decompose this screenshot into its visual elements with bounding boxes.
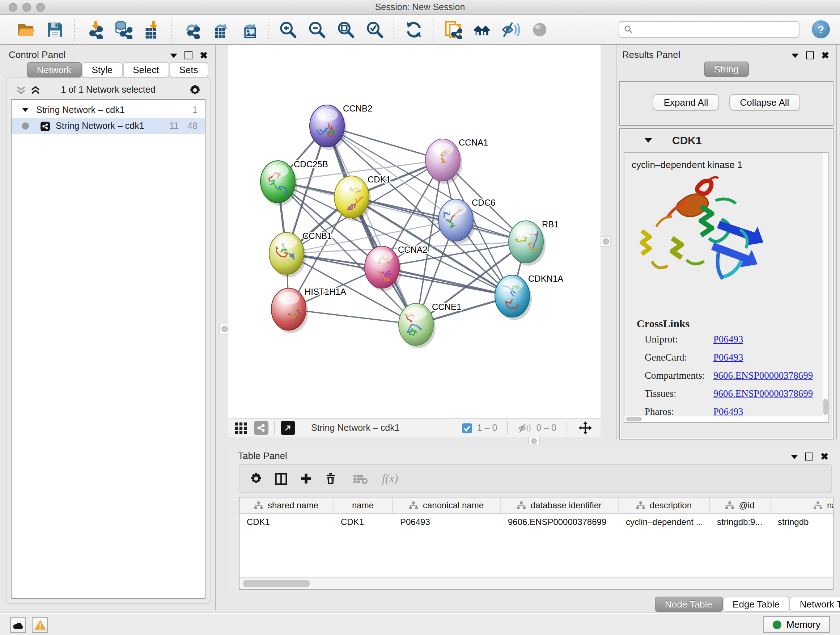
node-RB1: RB1 [508, 219, 559, 266]
gene-details: cyclin–dependent kinase 1 [624, 152, 829, 423]
export-image-icon[interactable] [237, 18, 261, 41]
network-nodes: CCNB2CCNA1CDC25BCDK1CDC6RB1CCNB1CCNA2CDK… [261, 103, 563, 348]
crosslink-value[interactable]: 9606.ENSP00000378699 [714, 370, 813, 382]
collection-expand-icon[interactable] [22, 108, 28, 112]
column-header-shared-name[interactable]: shared name [240, 497, 333, 513]
show-columns-icon[interactable] [274, 472, 288, 486]
results-tab-string[interactable]: String [704, 62, 749, 77]
table-options-gear-icon[interactable] [249, 472, 263, 485]
crosslink-value[interactable]: P06493 [714, 352, 744, 363]
network-status-dot [22, 122, 29, 130]
column-header-namespace[interactable]: namespace [771, 497, 834, 513]
node-CCNA2: CCNA2 [365, 245, 427, 291]
table-panel-close-icon[interactable]: ✖ [821, 453, 829, 460]
create-column-plus-icon[interactable] [300, 472, 313, 485]
gene-collapse-icon[interactable] [645, 138, 652, 143]
zoom-fit-content-icon[interactable] [334, 18, 357, 41]
window-zoom-button[interactable] [36, 3, 45, 11]
window-titlebar: Session: New Session [0, 0, 840, 15]
import-network-from-file-icon[interactable] [82, 18, 106, 41]
show-all-nodes-icon[interactable] [528, 18, 551, 41]
string-share-icon[interactable] [254, 421, 268, 435]
crosslink-value[interactable]: P06493 [714, 334, 744, 345]
results-panel: Results Panel ✖ String Expand All Collap… [616, 45, 837, 440]
zoom-selected-icon[interactable] [363, 18, 386, 41]
right-splitter-handle[interactable] [600, 236, 611, 247]
import-network-from-database-icon[interactable] [111, 18, 134, 41]
function-builder-icon[interactable]: f(x) [382, 472, 398, 485]
expand-all-button[interactable]: Expand All [653, 94, 719, 111]
search-field[interactable] [619, 21, 799, 38]
results-panel-close-icon[interactable]: ✖ [821, 52, 829, 59]
node-CDK1: CDK1 [334, 174, 391, 221]
export-table-icon[interactable] [208, 18, 232, 41]
open-session-icon[interactable] [14, 18, 38, 41]
tab-sets[interactable]: Sets [169, 62, 208, 78]
table-tab-network-table[interactable]: Network Table [790, 597, 840, 612]
fit-selected-crosshair-icon[interactable] [577, 420, 593, 436]
search-input[interactable] [637, 24, 799, 35]
node-label: RB1 [542, 219, 559, 229]
network-row-selected[interactable]: String Network – cdk1 11 48 [11, 118, 205, 134]
tab-style[interactable]: Style [81, 62, 123, 78]
bottom-splitter-handle[interactable] [528, 437, 540, 445]
save-session-icon[interactable] [43, 18, 66, 41]
results-vscrollbar[interactable] [823, 153, 829, 422]
column-header-name[interactable]: name [333, 497, 393, 513]
network-options-gear-icon[interactable] [189, 84, 201, 96]
column-header-canonical-name[interactable]: canonical name [393, 497, 501, 513]
tab-select[interactable]: Select [123, 62, 169, 78]
tab-network[interactable]: Network [27, 62, 81, 78]
control-panel-title: Control Panel [9, 49, 66, 60]
cloud-icon [12, 620, 24, 630]
collapse-all-button[interactable]: Collapse All [729, 94, 800, 111]
apply-preferred-layout-icon[interactable] [402, 18, 425, 41]
control-panel-tabs: NetworkStyleSelectSets [27, 62, 208, 78]
table-panel-collapse-icon[interactable] [791, 454, 798, 459]
warnings-button[interactable] [32, 617, 48, 633]
zoom-out-icon[interactable] [305, 18, 328, 41]
column-header-description[interactable]: description [619, 497, 710, 513]
table-row[interactable]: CDK1CDK1P064939606.ENSP00000378699cyclin… [240, 514, 833, 530]
column-header--id[interactable]: @id [710, 497, 771, 513]
results-panel-collapse-icon[interactable] [791, 53, 799, 57]
import-table-from-file-icon[interactable] [141, 18, 164, 41]
birds-eye-view-icon[interactable] [281, 421, 295, 435]
table-tab-edge-table[interactable]: Edge Table [722, 597, 790, 612]
help-button[interactable]: ? [812, 20, 830, 38]
control-panel-collapse-icon[interactable] [170, 53, 177, 57]
network-view-canvas[interactable]: CCNB2CCNA1CDC25BCDK1CDC6RB1CCNB1CCNA2CDK… [228, 45, 600, 418]
delete-table-icon[interactable] [353, 473, 368, 485]
string-protein-query-icon[interactable] [470, 18, 493, 41]
window-minimize-button[interactable] [22, 3, 31, 11]
delete-column-trash-icon[interactable] [324, 472, 337, 485]
table-hscrollbar[interactable] [240, 577, 833, 589]
crosslink-label: GeneCard: [645, 352, 714, 363]
control-panel-close-icon[interactable]: ✖ [200, 52, 208, 59]
left-splitter-handle[interactable] [219, 324, 229, 334]
results-hscrollbar[interactable] [624, 416, 829, 422]
network-node-count: 11 [169, 121, 179, 131]
cloud-button[interactable] [10, 617, 26, 633]
memory-status-dot [773, 620, 782, 629]
new-network-from-selection-icon[interactable] [441, 18, 464, 41]
zoom-in-icon[interactable] [276, 18, 300, 41]
selected-checkbox-icon[interactable] [462, 423, 473, 433]
window-close-button[interactable] [9, 3, 17, 11]
results-panel-float-icon[interactable] [806, 51, 814, 59]
memory-button[interactable]: Memory [763, 616, 830, 633]
current-network-name: String Network – cdk1 [311, 423, 400, 433]
column-header-database-identifier[interactable]: database identifier [501, 497, 619, 513]
grid-view-icon[interactable] [234, 421, 248, 435]
control-panel-float-icon[interactable] [185, 51, 193, 59]
crosslink-value[interactable]: 9606.ENSP00000378699 [714, 388, 813, 400]
node-label: CDK1 [368, 174, 391, 184]
hide-selected-nodes-icon[interactable] [499, 18, 523, 41]
table-tab-node-table[interactable]: Node Table [655, 597, 722, 612]
export-network-icon[interactable] [180, 18, 202, 41]
warning-icon [34, 619, 46, 631]
table-panel-float-icon[interactable] [805, 453, 813, 461]
node-label: CCNE1 [432, 302, 461, 312]
network-collection-row[interactable]: String Network – cdk1 1 [11, 102, 205, 118]
crosslink-row: Compartments:9606.ENSP00000378699 [645, 370, 826, 382]
